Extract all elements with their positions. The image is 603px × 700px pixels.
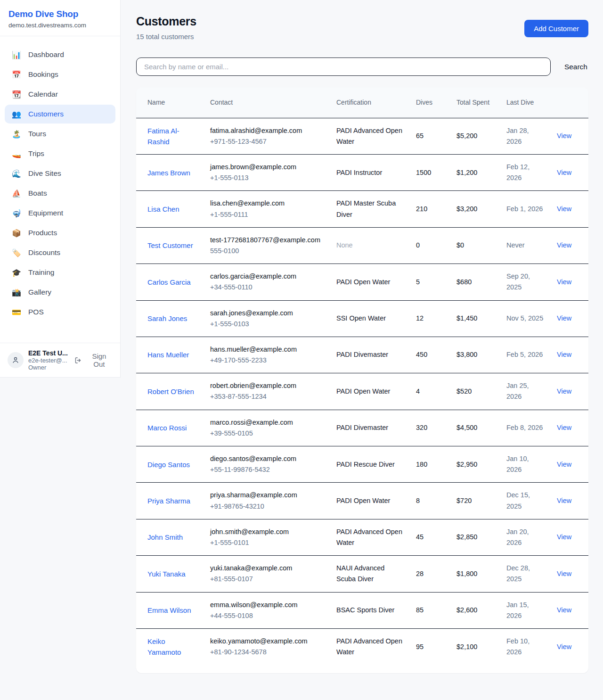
customer-name-link[interactable]: Keiko Yamamoto xyxy=(136,628,204,665)
view-link[interactable]: View xyxy=(557,461,571,468)
sidebar-item-equipment[interactable]: 🤿 Equipment xyxy=(5,204,115,222)
table-row: Carlos Garcia carlos.garcia@example.com … xyxy=(136,264,588,300)
customer-count: 15 total customers xyxy=(136,33,196,41)
view-link[interactable]: View xyxy=(557,497,571,504)
view-link[interactable]: View xyxy=(557,205,571,213)
customer-name-link[interactable]: Hans Mueller xyxy=(136,337,204,373)
customer-dives: 320 xyxy=(410,410,451,446)
customer-name-link[interactable]: James Brown xyxy=(136,155,204,191)
table-header-row: NameContactCertificationDivesTotal Spent… xyxy=(136,88,588,118)
column-header xyxy=(551,88,588,118)
customer-total-spent: $1,200 xyxy=(451,155,501,191)
customer-phone: +1-555-0103 xyxy=(210,319,325,329)
sidebar-item-tours[interactable]: 🏝️ Tours xyxy=(5,124,115,143)
customer-certification: PADI Advanced Open Water xyxy=(331,519,410,555)
trips-icon: 🚤 xyxy=(12,149,21,158)
customer-contact: diego.santos@example.com +55-11-99876-54… xyxy=(204,446,331,483)
customer-total-spent: $2,600 xyxy=(451,592,501,628)
customer-email: sarah.jones@example.com xyxy=(210,308,325,319)
view-link[interactable]: View xyxy=(557,351,571,358)
customer-last-dive: Sep 20, 2025 xyxy=(501,264,551,300)
view-link[interactable]: View xyxy=(557,424,571,431)
main-content: Customers 15 total customers Add Custome… xyxy=(121,0,603,673)
view-link[interactable]: View xyxy=(557,606,571,614)
sidebar-item-gallery[interactable]: 📸 Gallery xyxy=(5,283,115,302)
customer-name-link[interactable]: Marco Rossi xyxy=(136,410,204,446)
view-link[interactable]: View xyxy=(557,132,571,140)
view-link[interactable]: View xyxy=(557,169,571,176)
customer-name-link[interactable]: Test Customer xyxy=(136,227,204,264)
customer-contact: yuki.tanaka@example.com +81-555-0107 xyxy=(204,556,331,592)
customer-last-dive: Feb 10, 2026 xyxy=(501,628,551,665)
customer-name-link[interactable]: Lisa Chen xyxy=(136,191,204,227)
view-link[interactable]: View xyxy=(557,533,571,541)
sidebar-item-discounts[interactable]: 🏷️ Discounts xyxy=(5,243,115,262)
customer-name-link[interactable]: Fatima Al-Rashid xyxy=(136,118,204,155)
customer-phone: +81-90-1234-5678 xyxy=(210,647,325,658)
customer-name-link[interactable]: Yuki Tanaka xyxy=(136,556,204,592)
customer-dives: 12 xyxy=(410,300,451,337)
customer-name-link[interactable]: Robert O'Brien xyxy=(136,373,204,410)
view-link[interactable]: View xyxy=(557,387,571,395)
customer-phone: +1-555-0111 xyxy=(210,209,325,220)
sign-out-icon xyxy=(74,356,82,364)
search-input[interactable] xyxy=(136,58,551,76)
sidebar-item-training[interactable]: 🎓 Training xyxy=(5,263,115,282)
customer-email: diego.santos@example.com xyxy=(210,453,325,464)
customer-contact: test-1772681807767@example.com 555-0100 xyxy=(204,227,331,264)
view-link[interactable]: View xyxy=(557,241,571,249)
customer-contact: john.smith@example.com +1-555-0101 xyxy=(204,519,331,555)
sidebar: Demo Dive Shop demo.test.divestreams.com… xyxy=(0,0,121,378)
sidebar-item-dive-sites[interactable]: 🌊 Dive Sites xyxy=(5,164,115,183)
user-icon xyxy=(11,356,20,364)
customer-last-dive: Feb 1, 2026 xyxy=(501,191,551,227)
view-link[interactable]: View xyxy=(557,643,571,651)
customer-email: emma.wilson@example.com xyxy=(210,600,325,610)
customer-name-link[interactable]: Carlos Garcia xyxy=(136,264,204,300)
add-customer-button[interactable]: Add Customer xyxy=(524,20,588,37)
training-icon: 🎓 xyxy=(12,268,21,277)
customer-email: lisa.chen@example.com xyxy=(210,198,325,209)
view-link[interactable]: View xyxy=(557,570,571,577)
customer-dives: 180 xyxy=(410,446,451,483)
customer-name-link[interactable]: Emma Wilson xyxy=(136,592,204,628)
customer-name-link[interactable]: Sarah Jones xyxy=(136,300,204,337)
shop-name[interactable]: Demo Dive Shop xyxy=(8,9,111,19)
sidebar-item-bookings[interactable]: 📅 Bookings xyxy=(5,65,115,84)
sidebar-item-trips[interactable]: 🚤 Trips xyxy=(5,144,115,163)
table-row: Yuki Tanaka yuki.tanaka@example.com +81-… xyxy=(136,556,588,592)
sign-out-button[interactable]: Sign Out xyxy=(74,352,113,368)
sign-out-label: Sign Out xyxy=(86,352,113,368)
view-link[interactable]: View xyxy=(557,278,571,286)
customer-email: robert.obrien@example.com xyxy=(210,380,325,391)
customer-contact: carlos.garcia@example.com +34-555-0110 xyxy=(204,264,331,300)
products-icon: 📦 xyxy=(12,229,21,238)
boats-icon: ⛵ xyxy=(12,189,21,198)
sidebar-item-label: Tours xyxy=(28,130,46,138)
sidebar-item-boats[interactable]: ⛵ Boats xyxy=(5,184,115,203)
page-title: Customers xyxy=(136,15,196,28)
table-row: Marco Rossi marco.rossi@example.com +39-… xyxy=(136,410,588,446)
sidebar-item-customers[interactable]: 👥 Customers xyxy=(5,105,115,124)
customer-name-link[interactable]: Diego Santos xyxy=(136,446,204,483)
customer-phone: +91-98765-43210 xyxy=(210,501,325,512)
customer-email: john.smith@example.com xyxy=(210,527,325,537)
sidebar-item-dashboard[interactable]: 📊 Dashboard xyxy=(5,45,115,64)
customer-email: keiko.yamamoto@example.com xyxy=(210,636,325,647)
customer-total-spent: $2,850 xyxy=(451,519,501,555)
customer-certification: SSI Open Water xyxy=(331,300,410,337)
customer-certification: PADI Divemaster xyxy=(331,337,410,373)
customer-name-link[interactable]: John Smith xyxy=(136,519,204,555)
customer-name-link[interactable]: Priya Sharma xyxy=(136,483,204,519)
sidebar-item-products[interactable]: 📦 Products xyxy=(5,223,115,242)
sidebar-item-calendar[interactable]: 📆 Calendar xyxy=(5,85,115,104)
sidebar-item-label: POS xyxy=(28,308,44,316)
search-button[interactable]: Search xyxy=(563,60,588,74)
table-row: Diego Santos diego.santos@example.com +5… xyxy=(136,446,588,483)
avatar xyxy=(8,352,24,368)
customer-last-dive: Jan 15, 2026 xyxy=(501,592,551,628)
customer-total-spent: $4,500 xyxy=(451,410,501,446)
view-link[interactable]: View xyxy=(557,314,571,322)
dive-sites-icon: 🌊 xyxy=(12,169,21,178)
sidebar-item-pos[interactable]: 💳 POS xyxy=(5,303,115,321)
